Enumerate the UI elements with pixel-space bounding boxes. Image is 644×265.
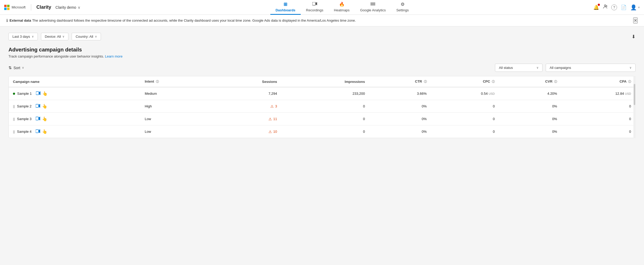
notification-badge — [598, 4, 600, 6]
banner-close-button[interactable]: ✕ — [633, 17, 638, 23]
th-ctr: CTR ⓘ — [369, 76, 431, 87]
device-filter-chevron-icon: ∨ — [62, 35, 64, 38]
campaign-table-wrap: Campaign name Intent ⓘ Sessions Impressi… — [8, 76, 636, 138]
sessions-warning: ⚠3 — [214, 104, 277, 108]
cpa-info-icon[interactable]: ⓘ — [628, 80, 631, 83]
section-title: Advertising campaign details — [8, 47, 636, 53]
nav-item-settings[interactable]: ⚙ Settings — [391, 0, 414, 15]
heatmap-hand-icon[interactable]: 👆 — [42, 104, 47, 109]
video-icon[interactable] — [36, 129, 40, 134]
sessions-cell: ⚠11 — [209, 113, 281, 125]
share-button[interactable] — [603, 4, 608, 10]
sort-chevron-icon: ∨ — [22, 66, 24, 69]
date-filter-button[interactable]: Last 3 days ∨ — [8, 33, 38, 40]
svg-rect-2 — [4, 8, 7, 10]
heatmap-hand-icon[interactable]: 👆 — [42, 91, 48, 96]
video-icon[interactable] — [36, 104, 40, 109]
svg-rect-12 — [36, 92, 39, 95]
cpc-cell: 0 — [431, 125, 499, 138]
device-filter-button[interactable]: Device: All ∨ — [41, 33, 69, 40]
microsoft-logo — [4, 5, 10, 10]
campaign-name-text: Sample 1 — [17, 92, 32, 96]
cpa-value: 12.84 — [615, 92, 624, 96]
campaign-name-cell: || Sample 4 👆 — [9, 125, 141, 138]
help-button[interactable]: ? — [611, 4, 617, 10]
help-icon: ? — [613, 5, 615, 9]
svg-rect-4 — [312, 2, 316, 5]
campaign-action-icons: 👆 — [36, 91, 48, 96]
video-icon[interactable] — [36, 117, 40, 121]
table-row: || Sample 3 👆 Low⚠1100%00%0 — [9, 113, 635, 125]
th-impressions: Impressions — [281, 76, 369, 87]
th-cvr: CVR ⓘ — [499, 76, 561, 87]
th-intent: Intent ⓘ — [141, 76, 209, 87]
nav-item-recordings[interactable]: Recordings — [301, 0, 329, 15]
download-button[interactable]: ⬇ — [632, 34, 636, 40]
cpc-cell: 0.54 USD — [431, 87, 499, 100]
status-filter-label: All status — [499, 66, 513, 70]
nav-right-icons: 🔔 ? 📄 👤 ∨ — [593, 4, 640, 11]
svg-point-9 — [604, 5, 606, 6]
campaigns-filter-dropdown[interactable]: All campaigns ∨ — [546, 64, 636, 72]
country-filter-chevron-icon: ∨ — [95, 35, 97, 38]
account-button[interactable]: 👤 ∨ — [630, 4, 640, 11]
cpa-cell: 0 — [561, 113, 635, 125]
banner-info-icon: ℹ — [6, 18, 8, 23]
video-icon[interactable] — [36, 91, 41, 96]
nav-label-dashboards: Dashboards — [276, 8, 295, 12]
ctr-info-icon[interactable]: ⓘ — [424, 80, 427, 83]
table-row: Sample 1 👆 Medium7,294233,2003.66%0.54 U… — [9, 87, 635, 100]
nav-item-heatmaps[interactable]: 🔥 Heatmaps — [329, 0, 355, 15]
campaigns-filter-chevron-icon: ∨ — [629, 66, 632, 69]
cpc-info-icon[interactable]: ⓘ — [492, 80, 495, 83]
svg-marker-13 — [39, 91, 40, 95]
learn-more-link[interactable]: Learn more — [105, 54, 122, 58]
svg-rect-1 — [7, 5, 10, 7]
cpc-currency: USD — [489, 92, 495, 95]
heatmap-hand-icon[interactable]: 👆 — [42, 129, 47, 134]
cvr-cell: 4.20% — [499, 87, 561, 100]
status-filter-dropdown[interactable]: All status ∨ — [495, 64, 543, 72]
campaign-name-cell: Sample 1 👆 — [9, 87, 141, 100]
device-filter-label: Device: All — [45, 35, 61, 39]
date-filter-chevron-icon: ∨ — [32, 35, 34, 38]
nav-label-recordings: Recordings — [306, 8, 323, 12]
scrollbar-track[interactable] — [633, 76, 636, 138]
nav-center: ⊞ Dashboards Recordings 🔥 Heatmaps — [91, 0, 593, 15]
nav-item-dashboards[interactable]: ⊞ Dashboards — [270, 0, 301, 15]
nav-item-google-analytics[interactable]: Google Analytics — [355, 0, 391, 15]
table-controls: ⇅ Sort ∨ All status ∨ All campaigns ∨ — [8, 64, 636, 72]
top-navigation: Microsoft Clarity Clarity demo ∨ ⊞ Dashb… — [0, 0, 644, 15]
main-content: Last 3 days ∨ Device: All ∨ Country: All… — [0, 26, 644, 265]
status-filter-chevron-icon: ∨ — [536, 66, 539, 69]
intent-info-icon[interactable]: ⓘ — [156, 80, 159, 83]
status-active-dot — [13, 93, 15, 95]
intent-cell: Medium — [141, 87, 209, 100]
dashboards-icon: ⊞ — [284, 2, 287, 7]
scrollbar-thumb[interactable] — [634, 84, 635, 105]
document-button[interactable]: 📄 — [621, 4, 627, 10]
svg-rect-16 — [36, 117, 39, 120]
sort-button[interactable]: ⇅ Sort ∨ — [8, 65, 24, 70]
country-filter-button[interactable]: Country: All ∨ — [72, 33, 101, 40]
notification-button[interactable]: 🔔 — [593, 4, 599, 10]
ctr-cell: 0% — [369, 113, 431, 125]
th-cpc: CPC ⓘ — [431, 76, 499, 87]
cvr-cell: 0% — [499, 113, 561, 125]
heatmap-hand-icon[interactable]: 👆 — [42, 116, 47, 121]
project-chevron-icon: ∨ — [78, 5, 80, 10]
campaign-name-text: Sample 2 — [17, 104, 31, 108]
svg-rect-7 — [370, 4, 375, 4]
sessions-warn-count: 11 — [273, 117, 277, 121]
svg-rect-18 — [36, 130, 39, 133]
cvr-info-icon[interactable]: ⓘ — [554, 80, 557, 83]
svg-rect-14 — [36, 104, 39, 107]
project-selector[interactable]: Clarity demo ∨ — [55, 5, 81, 10]
campaign-action-icons: 👆 — [36, 116, 47, 121]
campaign-cell: || Sample 4 👆 — [13, 129, 136, 134]
brand-area: Microsoft Clarity — [4, 4, 51, 11]
account-chevron-icon: ∨ — [638, 6, 640, 9]
country-filter-label: Country: All — [76, 35, 93, 39]
sessions-cell: ⚠3 — [209, 100, 281, 113]
date-filter-label: Last 3 days — [12, 35, 30, 39]
